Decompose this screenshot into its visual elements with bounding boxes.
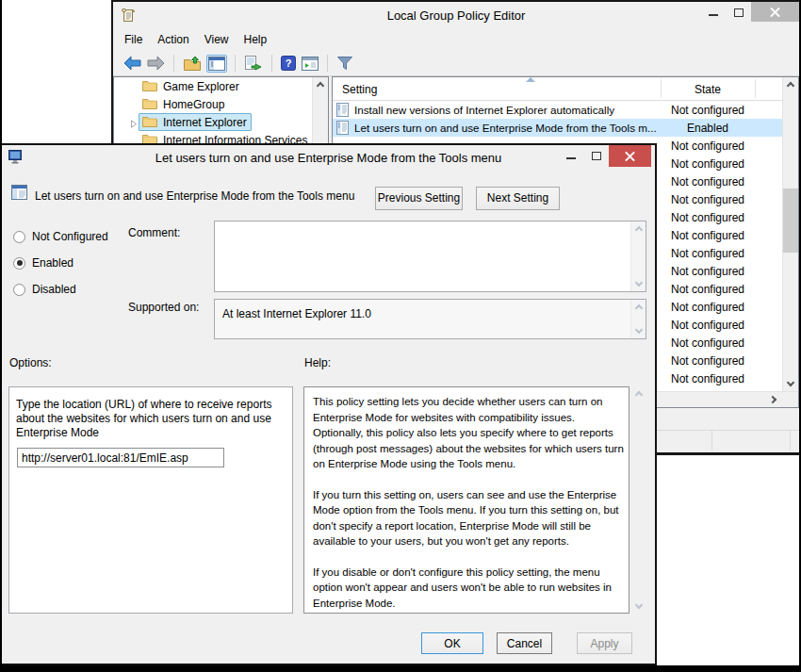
setting-state: Not configured [661, 247, 755, 260]
comment-scrollbar[interactable] [630, 221, 646, 291]
setting-state: Not configured [661, 157, 755, 171]
radio-label[interactable]: Not Configured [32, 230, 108, 243]
setting-state: Not configured [661, 265, 755, 278]
maximize-button[interactable] [726, 2, 751, 22]
folder-icon [142, 115, 157, 130]
gpedit-titlebar: Local Group Policy Editor [113, 2, 799, 28]
column-header-setting[interactable]: Setting [342, 83, 377, 96]
scroll-down-icon[interactable] [787, 379, 794, 386]
list-vertical-scrollbar[interactable] [782, 77, 798, 391]
scroll-up-icon[interactable] [635, 226, 643, 234]
tree-item[interactable]: Internet Explorer [114, 113, 328, 131]
report-url-input[interactable] [17, 448, 224, 467]
dialog-maximize-button[interactable] [583, 145, 609, 165]
setting-state: Not configured [661, 104, 755, 117]
dialog-close-button[interactable] [609, 145, 651, 167]
radio-label[interactable]: Enabled [32, 256, 74, 270]
dialog-minimize-button[interactable] [558, 145, 583, 165]
scrollbar-thumb[interactable] [783, 188, 798, 253]
policy-name: Let users turn on and use Enterprise Mod… [35, 189, 354, 203]
ok-button[interactable]: OK [421, 632, 483, 654]
radio-label[interactable]: Disabled [32, 283, 76, 296]
filter-icon[interactable] [336, 56, 353, 71]
screen-bottom-edge [0, 665, 801, 672]
scroll-up-icon[interactable] [635, 304, 643, 312]
comment-label: Comment: [128, 226, 180, 239]
screen-left-edge [0, 0, 2, 672]
show-console-tree-icon[interactable] [206, 55, 227, 73]
setting-state: Not configured [661, 336, 755, 350]
supported-on-value: At least Internet Explorer 11.0 [222, 307, 371, 320]
setting-state: Enabled [661, 122, 755, 135]
setting-state: Not configured [661, 229, 755, 242]
scroll-down-icon[interactable] [635, 279, 643, 287]
radio-circle-icon[interactable] [13, 284, 25, 296]
column-header-state[interactable]: State [661, 83, 755, 96]
export-list-icon[interactable] [244, 56, 263, 71]
radio-enabled[interactable]: Enabled [13, 256, 74, 270]
options-panel: Type the location (URL) of where to rece… [8, 386, 293, 614]
help-paragraph: If you turn this setting on, users can s… [313, 487, 627, 549]
forward-icon[interactable] [147, 56, 165, 71]
setting-state: Not configured [661, 301, 755, 314]
apply-button[interactable]: Apply [577, 632, 632, 654]
sort-ascending-icon [526, 77, 535, 82]
setting-name[interactable]: Install new versions of Internet Explore… [354, 104, 677, 116]
setting-name[interactable]: Let users turn on and use Enterprise Mod… [354, 122, 677, 134]
help-paragraph: This policy setting lets you decide whet… [313, 394, 627, 472]
scroll-up-icon[interactable] [635, 391, 643, 399]
setting-state: Not configured [661, 319, 755, 332]
window-title: Local Group Policy Editor [113, 8, 799, 23]
menu-help[interactable]: Help [237, 29, 275, 50]
previous-setting-button[interactable]: Previous Setting [375, 187, 463, 210]
setting-state: Not configured [661, 139, 755, 153]
radio-not-configured[interactable]: Not Configured [13, 230, 108, 243]
tree-item-label[interactable]: Game Explorer [163, 80, 239, 93]
help-paragraph: If you disable or don't configure this p… [313, 565, 627, 612]
scroll-right-icon[interactable] [769, 396, 776, 403]
toolbar: ? [113, 51, 799, 76]
folder-icon [142, 97, 157, 112]
up-one-level-icon[interactable] [183, 56, 202, 72]
radio-circle-icon[interactable] [13, 257, 25, 270]
radio-circle-icon[interactable] [13, 231, 25, 243]
scroll-down-icon[interactable] [635, 326, 643, 334]
close-button[interactable] [751, 2, 799, 22]
comment-textarea[interactable] [214, 221, 646, 292]
scroll-down-icon[interactable] [635, 601, 643, 609]
svg-text:?: ? [286, 57, 292, 69]
setting-state: Not configured [661, 354, 755, 368]
supported-scrollbar[interactable] [630, 300, 646, 338]
expand-icon[interactable] [130, 118, 138, 131]
radio-disabled[interactable]: Disabled [13, 283, 76, 296]
menu-view[interactable]: View [197, 29, 237, 50]
tree-item-label[interactable]: Internet Explorer [163, 116, 247, 129]
show-extended-pane-icon[interactable] [302, 57, 319, 71]
options-description: Type the location (URL) of where to rece… [16, 398, 287, 440]
menu-bar: File Action View Help [113, 28, 799, 51]
scroll-up-icon[interactable] [317, 82, 324, 90]
setting-row[interactable]: Install new versions of Internet Explore… [333, 101, 782, 119]
supported-on-box: At least Internet Explorer 11.0 [214, 299, 646, 339]
setting-row[interactable]: Let users turn on and use Enterprise Mod… [333, 119, 782, 137]
cancel-button[interactable]: Cancel [497, 632, 552, 654]
menu-action[interactable]: Action [150, 29, 196, 50]
minimize-button[interactable] [700, 2, 726, 22]
setting-state: Not configured [661, 211, 755, 224]
help-scrollbar[interactable] [631, 386, 647, 614]
menu-file[interactable]: File [117, 29, 150, 50]
scroll-up-icon[interactable] [787, 82, 794, 90]
folder-icon [142, 79, 157, 94]
next-setting-button[interactable]: Next Setting [476, 187, 560, 210]
tree-item[interactable]: HomeGroup [114, 95, 328, 113]
setting-state: Not configured [661, 372, 755, 385]
policy-setting-dialog: Let users turn on and use Enterprise Mod… [0, 143, 657, 665]
dialog-titlebar: Let users turn on and use Enterprise Mod… [2, 145, 655, 170]
help-icon[interactable]: ? [281, 56, 296, 71]
policy-icon [11, 185, 28, 204]
help-text: This policy setting lets you decide whet… [313, 394, 627, 626]
setting-state: Not configured [661, 283, 755, 296]
back-icon[interactable] [123, 56, 141, 71]
tree-item-label[interactable]: HomeGroup [163, 98, 224, 111]
tree-item[interactable]: Game Explorer [114, 77, 328, 95]
